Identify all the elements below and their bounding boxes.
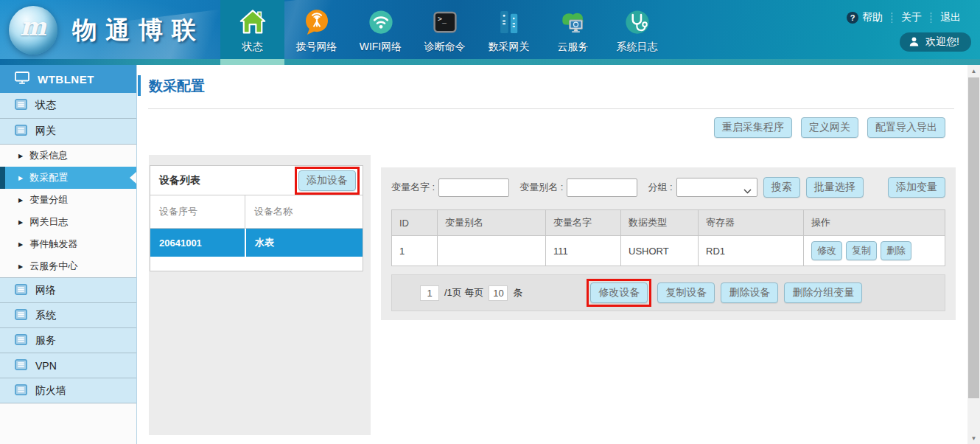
variable-filter-bar: 变量名字 : 变量别名 : 分组 : 搜索 批量选择 添加变量 [381, 167, 956, 198]
search-button[interactable]: 搜索 [763, 177, 800, 198]
annotation-box-modify-device: 修改设备 [587, 279, 651, 307]
sidebar-bottom-sections: 网络 系统 服务 VPN 防火墙 [0, 277, 136, 403]
nav-item-status[interactable]: 状态 [220, 0, 284, 65]
copy-device-button[interactable]: 复制设备 [657, 282, 715, 303]
add-device-button[interactable]: 添加设备 [298, 170, 356, 191]
scrollbar-thumb[interactable] [968, 77, 979, 398]
chevron-down-icon [743, 185, 752, 196]
column-header-alias: 变量别名 [438, 210, 546, 236]
link-separator [931, 13, 931, 23]
sidebar-item-gateway[interactable]: 网关 [0, 119, 136, 145]
device-name-column-header: 设备名称 [245, 195, 363, 228]
page-count-label: /1页 每页 [444, 286, 483, 299]
delete-group-variables-button[interactable]: 删除分组变量 [784, 282, 862, 303]
annotation-box-add-device: 添加设备 [295, 167, 360, 195]
column-header-register: 寄存器 [699, 210, 804, 236]
device-list-header: 设备列表 添加设备 [150, 166, 363, 195]
sidebar-item-network[interactable]: 网络 [0, 278, 136, 303]
page-title: 数采配置 [149, 77, 205, 96]
variable-actions-cell: 修改 复制 删除 [804, 236, 945, 266]
scroll-down-arrow[interactable]: ▼ [967, 432, 980, 444]
welcome-text: 欢迎您! [925, 35, 959, 49]
main-nav: 状态 拨号网络 WIFI网络 >_ 诊断命令 [220, 0, 669, 65]
group-select[interactable] [676, 178, 757, 197]
define-gateway-button[interactable]: 定义网关 [801, 117, 858, 138]
nav-item-dialup-network[interactable]: 拨号网络 [284, 0, 349, 65]
syslog-icon [621, 6, 654, 38]
page-number-input[interactable] [420, 285, 439, 301]
delete-variable-button[interactable]: 删除 [881, 241, 911, 260]
variable-name-cell: 111 [546, 236, 621, 266]
sidebar-item-status[interactable]: 状态 [0, 93, 136, 119]
column-header-id: ID [392, 210, 438, 236]
sidebar-item-service[interactable]: 服务 [0, 328, 136, 353]
about-link[interactable]: 关于 [901, 11, 922, 24]
nav-item-diagnostic-command[interactable]: >_ 诊断命令 [413, 0, 477, 65]
nav-item-cloud-service[interactable]: 云服务 [541, 0, 605, 65]
nav-item-system-log[interactable]: 系统日志 [605, 0, 669, 65]
nav-item-data-gateway[interactable]: 数采网关 [477, 0, 541, 65]
variable-row: 1 111 USHORT RD1 修改 复制 删除 [392, 236, 945, 266]
modify-device-button[interactable]: 修改设备 [590, 282, 648, 303]
var-alias-label: 变量别名 : [519, 181, 563, 194]
header-links: ? 帮助 关于 退出 [847, 11, 961, 24]
device-list-card: 设备列表 添加设备 设备序号 设备名称 20641001 水表 [150, 165, 363, 271]
device-list-title: 设备列表 [159, 174, 200, 187]
sidebar-item-event-trigger[interactable]: ▶ 事件触发器 [0, 233, 136, 255]
sidebar-item-system[interactable]: 系统 [0, 303, 136, 328]
group-label: 分组 : [648, 181, 672, 194]
gateway-icon [493, 6, 525, 38]
list-icon [15, 125, 27, 138]
dialup-network-icon [301, 6, 333, 38]
copy-variable-button[interactable]: 复制 [846, 241, 877, 260]
vertical-scrollbar: ▲ ▼ [967, 65, 980, 444]
sidebar-item-cloud-service-center[interactable]: ▶ 云服务中心 [0, 255, 136, 277]
list-icon [15, 284, 27, 297]
scroll-up-arrow[interactable]: ▲ [967, 65, 980, 77]
logout-link[interactable]: 退出 [940, 11, 961, 24]
batch-select-button[interactable]: 批量选择 [806, 177, 864, 198]
per-page-input[interactable] [489, 285, 508, 301]
sidebar-item-vpn[interactable]: VPN [0, 353, 136, 378]
terminal-icon: >_ [429, 6, 461, 38]
triangle-right-icon: ▶ [18, 175, 23, 181]
device-action-buttons: 修改设备 复制设备 删除设备 删除分组变量 [587, 279, 862, 307]
variable-table-header-row: ID 变量别名 变量名字 数据类型 寄存器 操作 [392, 210, 945, 236]
sidebar-item-data-collection-config[interactable]: ▶ 数采配置 [0, 167, 136, 189]
add-variable-button[interactable]: 添加变量 [888, 177, 945, 198]
pagination-bar: /1页 每页 条 修改设备 复制设备 删除设备 删除分组变量 [391, 274, 945, 311]
column-header-name: 变量名字 [546, 210, 621, 236]
sidebar-item-gateway-log[interactable]: ▶ 网关日志 [0, 211, 136, 233]
user-welcome-pill[interactable]: 欢迎您! [900, 32, 971, 52]
variable-table: ID 变量别名 变量名字 数据类型 寄存器 操作 1 111 USHORT R [391, 209, 945, 266]
list-icon [15, 99, 27, 112]
var-alias-input[interactable] [567, 178, 637, 197]
cloud-icon [557, 6, 589, 38]
wifi-icon [365, 6, 397, 38]
sidebar-item-variable-group[interactable]: ▶ 变量分组 [0, 189, 136, 211]
sidebar-item-data-collection-info[interactable]: ▶ 数采信息 [0, 145, 136, 167]
variable-panel: 变量名字 : 变量别名 : 分组 : 搜索 批量选择 添加变量 [381, 167, 956, 320]
nav-item-wifi-network[interactable]: WIFI网络 [349, 0, 413, 65]
modify-variable-button[interactable]: 修改 [811, 241, 842, 260]
user-icon [909, 36, 920, 49]
variable-register-cell: RD1 [699, 236, 804, 266]
help-link[interactable]: ? 帮助 [847, 11, 883, 24]
sidebar: WTBLNET 状态 网关 ▶ 数采信息 ▶ 数采配置 ▶ 变量分组 ▶ 网关日… [0, 65, 137, 444]
delete-device-button[interactable]: 删除设备 [721, 282, 778, 303]
device-row-selected[interactable]: 20641001 水表 [150, 229, 363, 257]
device-serial-cell: 20641001 [150, 229, 245, 257]
help-label: 帮助 [862, 11, 883, 24]
sidebar-item-firewall[interactable]: 防火墙 [0, 378, 136, 403]
restart-collector-button[interactable]: 重启采集程序 [714, 117, 792, 138]
var-name-input[interactable] [438, 178, 509, 197]
brand-name: 物通博联 [72, 14, 205, 47]
column-header-actions: 操作 [804, 210, 945, 236]
config-import-export-button[interactable]: 配置导入导出 [867, 117, 945, 138]
title-divider [148, 108, 954, 109]
triangle-right-icon: ▶ [18, 197, 23, 204]
monitor-icon [15, 72, 29, 86]
help-icon: ? [847, 12, 858, 24]
triangle-right-icon: ▶ [18, 241, 23, 248]
device-serial-column-header: 设备序号 [150, 195, 245, 228]
